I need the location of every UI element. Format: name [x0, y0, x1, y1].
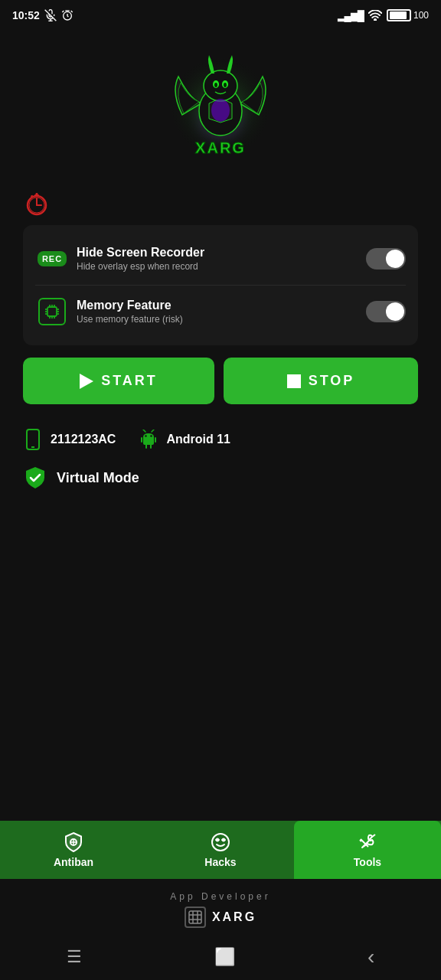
svg-line-51	[360, 840, 361, 841]
stopwatch-icon	[23, 188, 51, 216]
system-navbar: ☰ ⬜ ‹	[0, 934, 441, 980]
start-label: START	[101, 373, 158, 389]
virtual-mode-label: Virtual Mode	[57, 470, 139, 486]
action-buttons-row: START STOP	[23, 358, 418, 404]
android-icon	[139, 430, 158, 449]
svg-point-4	[374, 19, 376, 21]
chip-icon	[38, 298, 66, 325]
stop-label: STOP	[309, 373, 355, 389]
status-bar: 10:52 ▂▄▆█ 100	[0, 0, 441, 31]
phone-icon	[23, 429, 43, 450]
battery-level: 100	[413, 10, 429, 21]
svg-text:XARG: XARG	[195, 139, 246, 156]
battery-container: 100	[387, 9, 429, 21]
memory-feature-row: Memory Feature Use memory feature (risk)	[35, 286, 406, 338]
android-version-value: Android 11	[166, 433, 230, 446]
rec-badge: REC	[38, 251, 67, 266]
brand-icon	[185, 906, 206, 928]
svg-point-8	[204, 70, 237, 101]
svg-line-44	[152, 430, 154, 432]
virtual-mode-row: Virtual Mode	[23, 456, 418, 499]
home-button[interactable]: ⬜	[214, 947, 235, 967]
developer-label: App Developer	[0, 891, 441, 902]
antiban-label: Antiban	[54, 856, 93, 868]
alarm-icon	[61, 9, 74, 21]
svg-point-12	[224, 83, 227, 87]
svg-point-11	[214, 83, 217, 87]
svg-rect-52	[189, 911, 201, 923]
memory-feature-desc: Use memory feature (risk)	[77, 314, 366, 325]
battery-icon	[387, 9, 411, 21]
svg-rect-18	[36, 193, 38, 195]
tools-icon	[357, 831, 378, 853]
timer-row	[23, 176, 418, 225]
memory-feature-text: Memory Feature Use memory feature (risk)	[77, 299, 366, 325]
hide-recorder-text: Hide Screen Recorder Hide overlay esp wh…	[77, 246, 366, 272]
start-button[interactable]: START	[23, 358, 214, 404]
stop-icon	[287, 374, 301, 388]
nav-item-tools[interactable]: Tools	[294, 821, 441, 879]
svg-rect-22	[47, 307, 57, 316]
stop-button[interactable]: STOP	[224, 358, 418, 404]
signal-icon: ▂▄▆█	[338, 10, 364, 21]
hide-recorder-toggle[interactable]	[366, 248, 406, 270]
antiban-icon	[63, 831, 84, 853]
hide-recorder-title: Hide Screen Recorder	[77, 246, 366, 260]
svg-point-38	[151, 435, 152, 436]
tools-label: Tools	[354, 856, 381, 868]
developer-brand: XARG	[0, 906, 441, 928]
nav-item-antiban[interactable]: Antiban	[0, 821, 147, 879]
toggle-knob-memory	[386, 302, 404, 321]
wifi-icon	[368, 10, 382, 21]
svg-line-49	[372, 835, 375, 837]
play-icon	[80, 374, 93, 389]
hide-recorder-desc: Hide overlay esp when record	[77, 261, 366, 272]
hacks-icon	[210, 831, 231, 853]
spacer	[0, 660, 441, 821]
hide-screen-recorder-row: REC Hide Screen Recorder Hide overlay es…	[35, 233, 406, 286]
shield-check-icon	[23, 466, 47, 490]
bottom-navigation: Antiban Hacks Tools	[0, 821, 441, 879]
svg-point-48	[212, 834, 229, 851]
features-panel: REC Hide Screen Recorder Hide overlay es…	[23, 225, 418, 345]
android-version-item: Android 11	[139, 430, 230, 449]
status-right: ▂▄▆█ 100	[338, 9, 429, 21]
app-logo: XARG	[159, 46, 282, 168]
rec-icon-container: REC	[35, 242, 69, 276]
time-display: 10:52	[12, 9, 40, 21]
main-content: REC Hide Screen Recorder Hide overlay es…	[0, 176, 441, 660]
brand-name: XARG	[212, 910, 256, 924]
mute-icon	[44, 9, 57, 21]
hacks-label: Hacks	[204, 856, 236, 868]
back-button[interactable]: ‹	[368, 945, 374, 969]
menu-button[interactable]: ☰	[67, 947, 82, 967]
device-id-item: 2112123AC	[23, 429, 116, 450]
memory-feature-toggle[interactable]	[366, 301, 406, 322]
svg-point-37	[145, 435, 147, 436]
memory-feature-title: Memory Feature	[77, 299, 366, 312]
status-left: 10:52	[12, 9, 74, 21]
device-id-value: 2112123AC	[51, 433, 116, 446]
device-info-row: 2112123AC Android 11	[23, 416, 418, 456]
toggle-knob-hide-recorder	[386, 250, 404, 268]
chip-icon-container	[35, 295, 69, 328]
nav-item-hacks[interactable]: Hacks	[147, 821, 294, 879]
developer-footer: App Developer XARG	[0, 879, 441, 934]
svg-line-43	[143, 430, 145, 432]
svg-point-13	[211, 99, 230, 122]
logo-area: XARG	[0, 31, 441, 176]
